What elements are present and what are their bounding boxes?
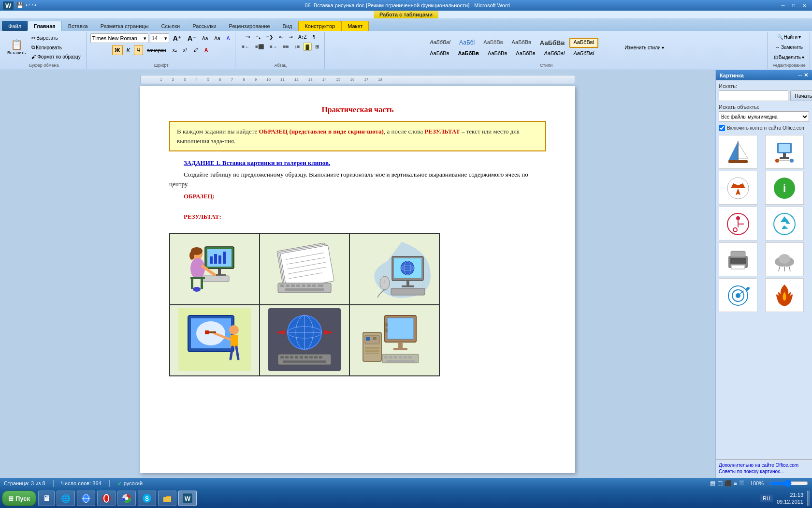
undo-quick[interactable]: ↩ [26, 2, 30, 9]
italic-btn[interactable]: К [124, 45, 133, 55]
tab-references[interactable]: Ссылки [155, 21, 186, 31]
style-h1[interactable]: АаБбl [455, 38, 478, 48]
borders-btn[interactable]: ⊞ [313, 43, 321, 51]
font-name-select[interactable]: Times New Roman ▾ [90, 33, 148, 43]
tab-maket[interactable]: Макет [341, 21, 369, 31]
clip-thumb-8[interactable] [765, 242, 804, 276]
style-h3[interactable]: АаБбВв [508, 38, 535, 48]
clip-thumb-2[interactable] [765, 135, 804, 169]
style-h2[interactable]: АаБбВв [479, 38, 507, 48]
tab-view[interactable]: Вид [276, 21, 299, 31]
zoom-slider[interactable] [769, 480, 808, 486]
sidebar-content[interactable]: Искать: Начать Искать объекты: Все файлы… [716, 80, 812, 459]
tab-mailings[interactable]: Рассылки [186, 21, 222, 31]
tab-constructor[interactable]: Конструктор [298, 21, 341, 31]
align-left-btn[interactable]: ≡← [239, 43, 252, 51]
font-size-select[interactable]: 14 ▾ [150, 33, 169, 43]
clear-format-btn[interactable]: Aa [200, 34, 210, 43]
start-search-btn[interactable]: Начать [790, 90, 812, 101]
style-nofmt[interactable]: АаБбВв [484, 49, 511, 58]
style-normal[interactable]: АаБбВвI [426, 38, 454, 48]
taskbar-word-btn[interactable]: W [178, 491, 197, 506]
sort-btn[interactable]: A↕Z [296, 33, 309, 41]
taskbar-desktop-btn[interactable]: 🖥 [38, 491, 55, 506]
clip-thumb-6[interactable] [765, 207, 804, 240]
window-controls[interactable]: ─ □ ✕ [778, 1, 809, 9]
replace-btn[interactable]: ↔ Заменить [773, 43, 805, 51]
line-spacing-btn[interactable]: ↕≡ [292, 43, 303, 51]
strikethrough-btn[interactable]: зачеркн [145, 46, 169, 55]
taskbar-chrome-btn[interactable] [117, 491, 136, 506]
cut-btn[interactable]: ✂ Вырезать [29, 34, 83, 42]
style-strict[interactable]: АаБбВв [454, 49, 483, 58]
clip-thumb-7[interactable] [719, 242, 757, 276]
taskbar-ie-btn[interactable]: 🌐 [57, 491, 75, 506]
outline-view-btn[interactable]: ≡ [734, 480, 737, 487]
select-btn[interactable]: ⊡ Выделить ▾ [771, 53, 807, 61]
minimize-btn[interactable]: ─ [778, 1, 788, 9]
clip-thumb-1[interactable] [719, 135, 757, 169]
clip-thumb-10[interactable] [765, 278, 804, 312]
numbering-btn[interactable]: ≡₁ [253, 33, 263, 41]
increase-indent-btn[interactable]: ⇥ [286, 33, 295, 41]
print-view-btn[interactable]: ▦ [710, 480, 715, 487]
align-right-btn[interactable]: ≡→ [267, 43, 280, 51]
start-button[interactable]: ⊞ Пуск [2, 491, 36, 506]
full-read-btn[interactable]: ◫ [717, 480, 723, 487]
clip-thumb-5[interactable] [719, 207, 757, 240]
maximize-btn[interactable]: □ [789, 1, 798, 9]
text-effects-btn[interactable]: A [224, 34, 232, 43]
format-painter-btn[interactable]: 🖌 Формат по образцу [29, 53, 83, 61]
spell-check[interactable]: ✓ русский [117, 480, 143, 487]
change-styles-btn[interactable]: Изменить стили ▾ [622, 44, 667, 52]
search-objects-select[interactable]: Все файлы мультимедиа [719, 111, 809, 122]
taskbar-opera-btn[interactable] [97, 491, 116, 506]
office-checkbox[interactable] [719, 125, 725, 131]
style-weak[interactable]: АаБбВв [512, 49, 539, 58]
highlight-btn[interactable]: 🖍 [191, 46, 201, 54]
change-case-btn[interactable]: Аа [212, 34, 222, 43]
taskbar-skype-btn[interactable]: S [138, 491, 156, 506]
increase-font-btn[interactable]: A⁺ [171, 33, 184, 44]
multilevel-btn[interactable]: ≡❯ [264, 33, 276, 41]
clip-thumb-9[interactable] [719, 278, 757, 312]
align-center-btn[interactable]: ≡⬛ [253, 43, 266, 51]
show-desktop-btn[interactable] [807, 491, 810, 506]
decrease-indent-btn[interactable]: ⇤ [276, 33, 285, 41]
find-btn[interactable]: 🔍 Найти ▾ [775, 33, 804, 41]
search-input[interactable] [719, 90, 788, 101]
tips-link[interactable]: Советы по поиску картинок... [719, 469, 809, 474]
sidebar-minimize-icon[interactable]: ─ [798, 72, 802, 78]
tab-insert[interactable]: Вставка [62, 21, 94, 31]
close-btn[interactable]: ✕ [799, 1, 809, 9]
decrease-font-btn[interactable]: A⁻ [185, 33, 198, 44]
document-page[interactable]: Практическая часть В каждом задании вы н… [140, 86, 575, 473]
quick-access[interactable]: 💾 ↩ ↪ [16, 2, 36, 9]
style-strong[interactable]: АаБбВвI [540, 49, 569, 58]
style-sub[interactable]: АаБбВв [426, 49, 453, 58]
bold-btn[interactable]: Ж [112, 45, 123, 55]
document-area[interactable]: 1 2 3 4 5 6 7 8 9 10 11 12 13 14 15 16 1… [0, 70, 715, 478]
subscript-btn[interactable]: x₂ [170, 46, 179, 54]
superscript-btn[interactable]: x² [181, 46, 189, 54]
web-view-btn[interactable]: ⬛ [725, 480, 732, 487]
show-marks-btn[interactable]: ¶ [310, 33, 318, 41]
copy-btn[interactable]: ⧉ Копировать [29, 43, 83, 52]
office-link[interactable]: Дополнительно на сайте Office.com [719, 463, 809, 468]
taskbar-explorer-btn[interactable] [158, 491, 176, 506]
paste-btn[interactable]: 📋 Вставить [5, 38, 28, 57]
font-color-btn[interactable]: A [202, 46, 210, 54]
justify-btn[interactable]: ≡≡ [281, 43, 291, 51]
underline-btn[interactable]: Ч [134, 45, 143, 55]
tab-file[interactable]: Файл [2, 21, 28, 31]
redo-quick[interactable]: ↪ [32, 2, 36, 9]
shading-btn[interactable]: ▓ [303, 43, 311, 51]
tab-home[interactable]: Главная [28, 21, 62, 31]
bullets-btn[interactable]: ≡• [243, 33, 252, 41]
taskbar-ie2-btn[interactable] [77, 491, 95, 506]
style-book[interactable]: АаБбВвI [570, 49, 598, 58]
clip-thumb-3[interactable] [719, 171, 757, 205]
clip-thumb-4[interactable]: i [765, 171, 804, 205]
style-title[interactable]: АаБбВв [536, 38, 569, 48]
draft-view-btn[interactable]: ☰ [739, 480, 744, 487]
